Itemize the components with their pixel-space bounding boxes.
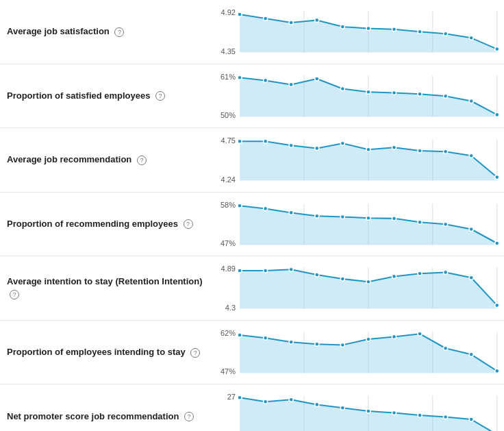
svg-point-89 <box>495 369 499 373</box>
metric-title-avg-job-recommendation: Average job recommendation ? <box>7 153 147 166</box>
svg-point-9 <box>366 26 370 30</box>
svg-point-68 <box>340 277 344 281</box>
svg-point-54 <box>366 216 370 220</box>
svg-point-99 <box>366 409 370 413</box>
svg-point-102 <box>444 415 448 419</box>
svg-point-5 <box>264 16 268 21</box>
svg-point-70 <box>392 275 396 279</box>
y-axis-prop-satisfied: 61%50% <box>212 70 238 123</box>
svg-point-21 <box>289 82 293 86</box>
svg-point-39 <box>366 147 370 151</box>
metric-title-avg-intention-stay: Average intention to stay (Retention Int… <box>7 275 204 300</box>
svg-point-34 <box>238 139 242 143</box>
y-axis-top: 62% <box>212 329 236 337</box>
svg-point-4 <box>238 12 242 16</box>
metric-label-net-promoter-score: Net promoter score job recommendation ? <box>0 384 212 431</box>
svg-point-84 <box>366 337 370 341</box>
svg-point-69 <box>366 280 370 284</box>
metric-row-prop-recommending: Proportion of recommending employees ?58… <box>0 193 504 257</box>
svg-point-23 <box>340 86 344 90</box>
metric-title-net-promoter-score: Net promoter score job recommendation ? <box>7 410 194 423</box>
y-axis-net-promoter-score: 279 <box>212 390 238 431</box>
y-axis-prop-recommending: 58%47% <box>212 198 238 251</box>
svg-point-19 <box>238 75 242 79</box>
svg-point-87 <box>444 346 448 350</box>
svg-point-38 <box>340 141 344 145</box>
metric-label-avg-job-recommendation: Average job recommendation ? <box>0 128 212 192</box>
svg-point-82 <box>315 342 319 346</box>
metric-chart-area-avg-job-satisfaction: 4.924.35 <box>212 0 504 64</box>
svg-point-65 <box>264 269 268 273</box>
svg-point-35 <box>264 139 268 143</box>
svg-point-40 <box>392 145 396 149</box>
svg-point-80 <box>264 336 268 340</box>
svg-point-50 <box>264 206 268 210</box>
chart-svg-prop-intending-stay <box>238 326 504 379</box>
svg-point-12 <box>444 32 448 36</box>
metric-chart-area-prop-intending-stay: 62%47% <box>212 321 504 384</box>
svg-point-53 <box>340 214 344 219</box>
svg-point-25 <box>392 90 396 95</box>
y-axis-top: 4.92 <box>212 8 236 16</box>
y-axis-bottom: 4.24 <box>212 175 236 184</box>
svg-point-79 <box>238 333 242 337</box>
y-axis-top: 27 <box>212 393 236 401</box>
svg-point-86 <box>418 332 422 336</box>
y-axis-avg-job-satisfaction: 4.924.35 <box>212 5 238 58</box>
info-icon[interactable]: ? <box>155 91 165 101</box>
metric-title-prop-intending-stay: Proportion of employees intending to sta… <box>7 346 200 358</box>
svg-point-20 <box>264 78 268 82</box>
chart-svg-avg-job-satisfaction <box>238 5 504 58</box>
y-axis-top: 4.75 <box>212 136 236 145</box>
svg-point-94 <box>238 396 242 400</box>
svg-point-72 <box>444 271 448 275</box>
metric-title-avg-job-satisfaction: Average job satisfaction ? <box>7 25 124 38</box>
svg-point-52 <box>315 214 319 218</box>
metric-row-prop-satisfied: Proportion of satisfied employees ?61%50… <box>0 64 504 129</box>
y-axis-top: 61% <box>212 73 236 81</box>
y-axis-bottom: 4.35 <box>212 47 236 56</box>
metric-label-avg-job-satisfaction: Average job satisfaction ? <box>0 0 212 64</box>
svg-point-88 <box>469 352 473 356</box>
info-icon[interactable]: ? <box>190 348 200 358</box>
svg-point-73 <box>469 275 473 280</box>
chart-svg-prop-satisfied <box>238 70 504 123</box>
metric-title-prop-satisfied: Proportion of satisfied employees ? <box>7 90 165 102</box>
svg-point-58 <box>469 227 473 231</box>
y-axis-top: 4.89 <box>212 264 236 273</box>
svg-point-14 <box>495 47 499 51</box>
y-axis-prop-intending-stay: 62%47% <box>212 326 238 379</box>
svg-point-55 <box>392 217 396 221</box>
svg-point-97 <box>315 403 319 407</box>
svg-point-101 <box>418 413 422 417</box>
svg-point-74 <box>495 304 499 308</box>
info-icon[interactable]: ? <box>114 27 124 37</box>
svg-point-85 <box>392 334 396 338</box>
svg-point-24 <box>366 90 370 94</box>
y-axis-avg-job-recommendation: 4.754.24 <box>212 134 238 186</box>
metric-label-prop-recommending: Proportion of recommending employees ? <box>0 193 212 256</box>
y-axis-bottom: 50% <box>212 111 236 119</box>
info-icon[interactable]: ? <box>184 412 194 421</box>
metric-label-prop-satisfied: Proportion of satisfied employees ? <box>0 64 212 128</box>
metric-label-prop-intending-stay: Proportion of employees intending to sta… <box>0 321 212 384</box>
svg-point-71 <box>418 271 422 275</box>
metric-chart-area-avg-job-recommendation: 4.754.24 <box>212 128 504 192</box>
info-icon[interactable]: ? <box>137 156 147 165</box>
svg-point-7 <box>315 18 319 22</box>
chart-svg-avg-intention-stay <box>238 262 504 315</box>
svg-point-29 <box>495 112 499 116</box>
info-icon[interactable]: ? <box>184 219 193 229</box>
metric-chart-area-prop-satisfied: 61%50% <box>212 64 504 128</box>
y-axis-bottom: 4.3 <box>212 304 236 312</box>
metric-row-prop-intending-stay: Proportion of employees intending to sta… <box>0 321 504 385</box>
svg-point-100 <box>392 411 396 415</box>
svg-point-103 <box>469 418 473 422</box>
svg-point-6 <box>289 21 293 25</box>
metric-row-avg-intention-stay: Average intention to stay (Retention Int… <box>0 256 504 321</box>
metric-title-prop-recommending: Proportion of recommending employees ? <box>7 218 193 230</box>
metric-row-avg-job-satisfaction: Average job satisfaction ?4.924.35 <box>0 0 504 64</box>
svg-point-51 <box>289 210 293 214</box>
info-icon[interactable]: ? <box>10 290 19 299</box>
svg-point-37 <box>315 147 319 151</box>
